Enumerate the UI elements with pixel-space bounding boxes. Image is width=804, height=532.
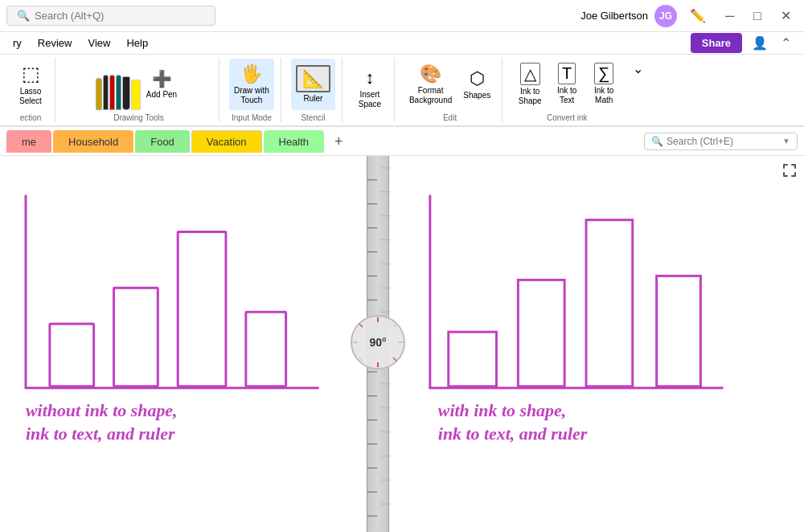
tabs-search-icon: 🔍 bbox=[651, 136, 663, 147]
pen-6[interactable] bbox=[131, 80, 141, 110]
ink-to-text-button[interactable]: T Ink toText bbox=[549, 59, 585, 110]
tab-health[interactable]: Health bbox=[264, 130, 325, 153]
user-name: Joe Gilbertson bbox=[580, 10, 648, 22]
format-bg-icon: 🎨 bbox=[420, 63, 441, 84]
add-pen-icon: ➕ bbox=[152, 69, 172, 88]
tab-add-button[interactable]: + bbox=[326, 129, 352, 153]
title-bar: 🔍 Joe Gilbertson JG ✏️ ─ □ ✕ bbox=[0, 0, 804, 32]
draw-with-touch-label: Draw withTouch bbox=[234, 86, 269, 105]
menu-item-help[interactable]: Help bbox=[120, 35, 154, 51]
maximize-button[interactable]: □ bbox=[747, 6, 768, 27]
format-bg-label: FormatBackground bbox=[409, 86, 452, 105]
minimize-button[interactable]: ─ bbox=[719, 6, 740, 27]
pen-4[interactable] bbox=[116, 75, 121, 110]
add-pen-button[interactable]: ➕ Add Pen bbox=[142, 59, 182, 110]
ink-to-shape-icon: △ bbox=[520, 63, 540, 85]
title-bar-left: 🔍 bbox=[6, 6, 580, 26]
svg-rect-3 bbox=[114, 288, 158, 386]
search-box[interactable]: 🔍 bbox=[6, 6, 215, 26]
ink-to-math-button[interactable]: ∑ Ink toMath bbox=[586, 59, 621, 110]
svg-text:90°: 90° bbox=[369, 336, 386, 349]
ribbon-group-stencil: 📐 Ruler Stencil bbox=[285, 58, 343, 122]
ink-to-math-label: Ink toMath bbox=[594, 86, 613, 105]
ruler-icon: 📐 bbox=[296, 65, 330, 92]
input-mode-label: Input Mode bbox=[232, 110, 272, 122]
section-label: ection bbox=[20, 110, 42, 122]
insert-space-icon: ↕ bbox=[365, 68, 374, 88]
edit-tools: 🎨 FormatBackground ⬡ Shapes bbox=[404, 58, 495, 110]
tabs-search-input[interactable] bbox=[667, 136, 779, 147]
close-button[interactable]: ✕ bbox=[774, 5, 798, 27]
format-background-button[interactable]: 🎨 FormatBackground bbox=[404, 59, 457, 110]
menu-item-ry[interactable]: ry bbox=[6, 35, 28, 51]
drawing-tools-label: Drawing Tools bbox=[113, 110, 164, 122]
ink-to-shape-label: Ink toShape bbox=[519, 87, 542, 106]
pen-5[interactable] bbox=[122, 76, 130, 110]
tabs-bar: me Household Food Vacation Health + 🔍 ▼ bbox=[0, 127, 804, 156]
menu-item-review[interactable]: Review bbox=[31, 35, 79, 51]
menu-item-view[interactable]: View bbox=[81, 35, 117, 51]
svg-text:with ink to shape,: with ink to shape, bbox=[438, 400, 566, 420]
share-button[interactable]: Share bbox=[691, 33, 742, 53]
search-input[interactable] bbox=[35, 10, 205, 22]
tab-vacation[interactable]: Vacation bbox=[191, 130, 262, 153]
stencil-tools: 📐 Ruler bbox=[291, 58, 335, 110]
draw-with-touch-icon: 🖐 bbox=[240, 63, 262, 84]
selection-tools: ⬚ LassoSelect bbox=[13, 58, 48, 110]
ruler-button[interactable]: 📐 Ruler bbox=[291, 59, 335, 110]
pen-3[interactable] bbox=[109, 75, 115, 110]
tabs-search[interactable]: 🔍 ▼ bbox=[644, 133, 798, 150]
ruler-dial[interactable]: 90° bbox=[350, 314, 406, 370]
more-options-button[interactable]: 👤 bbox=[745, 32, 774, 54]
ink-to-text-label: Ink toText bbox=[557, 86, 576, 105]
edit-label: Edit bbox=[443, 110, 457, 122]
ribbon-group-edit: 🎨 FormatBackground ⬡ Shapes Edit bbox=[398, 58, 503, 122]
tabs-search-dropdown-icon[interactable]: ▼ bbox=[782, 137, 790, 145]
menu-bar: ry Review View Help Share 👤 ⌃ bbox=[0, 32, 804, 55]
title-bar-right: Joe Gilbertson JG ✏️ ─ □ ✕ bbox=[580, 5, 798, 27]
svg-rect-2 bbox=[50, 324, 94, 387]
stencil-label: Stencil bbox=[301, 110, 325, 122]
ribbon: ⬚ LassoSelect ection bbox=[0, 55, 804, 127]
svg-text:ink to text, and ruler: ink to text, and ruler bbox=[438, 424, 588, 444]
draw-icon-btn[interactable]: ✏️ bbox=[683, 5, 712, 27]
convert-ink-label: Convert ink bbox=[547, 110, 588, 122]
insert-tools: ↕ InsertSpace bbox=[352, 58, 388, 119]
draw-with-touch-button[interactable]: 🖐 Draw withTouch bbox=[229, 59, 274, 110]
svg-rect-12 bbox=[586, 220, 633, 387]
shapes-button[interactable]: ⬡ Shapes bbox=[458, 59, 495, 110]
lasso-select-button[interactable]: ⬚ LassoSelect bbox=[13, 59, 48, 110]
svg-rect-13 bbox=[657, 276, 701, 386]
ribbon-group-convert: △ Ink toShape T Ink toText ∑ Ink toMath … bbox=[506, 58, 628, 122]
svg-rect-5 bbox=[246, 312, 286, 387]
insert-space-button[interactable]: ↕ InsertSpace bbox=[352, 63, 388, 114]
input-tools: 🖐 Draw withTouch bbox=[229, 58, 274, 110]
tab-home[interactable]: me bbox=[6, 130, 51, 153]
collapse-ribbon-button[interactable]: ⌃ bbox=[774, 32, 798, 54]
convert-tools: △ Ink toShape T Ink toText ∑ Ink toMath bbox=[512, 58, 621, 110]
shapes-icon: ⬡ bbox=[470, 68, 485, 89]
shapes-label: Shapes bbox=[463, 91, 490, 100]
ruler-tool[interactable]: 90° bbox=[326, 156, 430, 532]
collapse-icon[interactable]: ⌄ bbox=[633, 61, 643, 76]
avatar: JG bbox=[654, 5, 677, 27]
ruler-label: Ruler bbox=[303, 94, 322, 104]
ribbon-collapse[interactable]: ⌄ bbox=[631, 58, 645, 122]
lasso-select-icon: ⬚ bbox=[22, 63, 40, 85]
expand-icon bbox=[781, 162, 798, 178]
ink-to-shape-button[interactable]: △ Ink toShape bbox=[512, 59, 548, 110]
svg-text:without ink to shape,: without ink to shape, bbox=[26, 400, 178, 420]
expand-button[interactable] bbox=[781, 162, 798, 182]
ribbon-group-selection: ⬚ LassoSelect ection bbox=[6, 58, 55, 122]
ribbon-group-drawing: ➕ Add Pen Drawing Tools bbox=[59, 58, 219, 122]
svg-rect-10 bbox=[449, 332, 497, 387]
pen-1[interactable] bbox=[96, 78, 102, 110]
insert-space-label: InsertSpace bbox=[359, 90, 381, 109]
tab-food[interactable]: Food bbox=[135, 130, 190, 153]
content-area: without ink to shape, ink to text, and r… bbox=[0, 156, 804, 532]
tab-household[interactable]: Household bbox=[53, 130, 133, 153]
canvas-area: without ink to shape, ink to text, and r… bbox=[0, 156, 804, 532]
pen-2[interactable] bbox=[103, 75, 109, 110]
add-pen-label: Add Pen bbox=[146, 90, 177, 100]
svg-text:ink to text, and ruler: ink to text, and ruler bbox=[26, 424, 175, 444]
